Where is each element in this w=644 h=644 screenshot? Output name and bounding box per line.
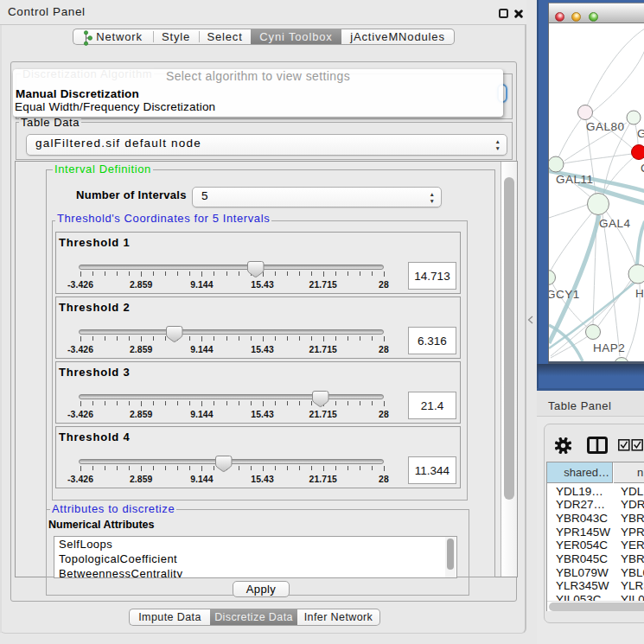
svg-text:H: H — [635, 287, 644, 300]
svg-text:GCY1: GCY1 — [549, 288, 580, 301]
svg-text:G.: G. — [637, 127, 644, 140]
svg-text:C: C — [641, 162, 644, 175]
svg-text:GAL80: GAL80 — [586, 120, 625, 133]
svg-text:GAL4: GAL4 — [599, 217, 631, 230]
svg-text:GAL11: GAL11 — [556, 173, 594, 186]
svg-text:HAP2: HAP2 — [593, 341, 625, 354]
